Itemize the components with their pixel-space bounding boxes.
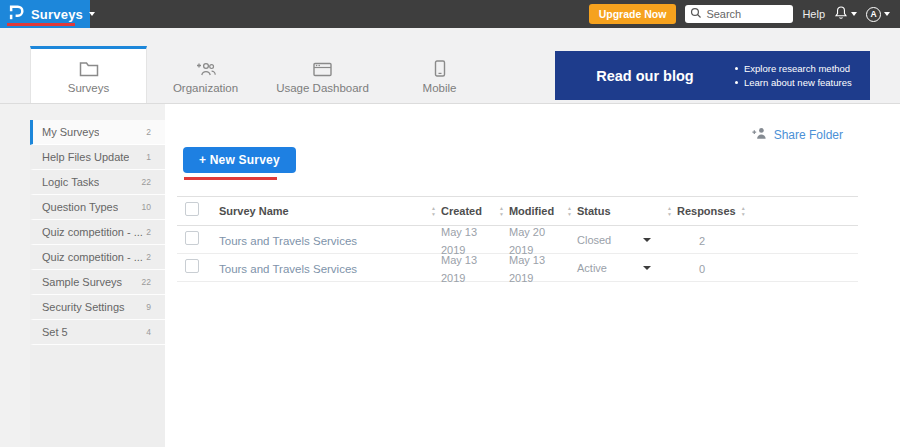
responses-count: 0: [699, 263, 705, 275]
folder-count-badge: 10: [142, 202, 151, 212]
tab-label: Usage Dashboard: [276, 82, 369, 94]
tab-surveys[interactable]: Surveys: [30, 46, 147, 103]
row-checkbox[interactable]: [185, 259, 199, 273]
table-row: Tours and Travels Services May 13 2019 M…: [177, 254, 858, 282]
product-switcher-label: Surveys: [31, 7, 83, 22]
search-icon: [690, 5, 702, 23]
status-dropdown[interactable]: Active: [563, 262, 663, 274]
sidebar-folder-item[interactable]: Quiz competition - ... 2: [30, 245, 165, 270]
folder-count-badge: 9: [146, 302, 151, 312]
chevron-down-icon: [851, 12, 857, 16]
tab-mobile[interactable]: Mobile: [381, 46, 498, 103]
header-check-cell: [177, 202, 215, 220]
tab-label: Mobile: [423, 82, 457, 94]
sort-icon: [431, 206, 436, 217]
help-link[interactable]: Help: [802, 8, 825, 20]
brand-underline: [7, 23, 75, 26]
sort-icon: [741, 206, 746, 217]
sidebar-folder-item[interactable]: Logic Tasks 22: [30, 170, 165, 195]
person-plus-icon: [751, 126, 768, 144]
folder-icon: [79, 59, 99, 77]
topbar: Surveys Upgrade Now Help: [0, 0, 900, 28]
primary-tabbar: Surveys Organization: [0, 28, 900, 104]
folder-label: Set 5: [42, 326, 68, 338]
sidebar-folder-item[interactable]: Set 5 4: [30, 320, 165, 345]
column-survey-name[interactable]: Survey Name: [215, 205, 427, 217]
folder-label: My Surveys: [42, 126, 99, 138]
folder-label: Sample Surveys: [42, 276, 122, 288]
responses-cell: 0: [663, 259, 783, 277]
folder-count-badge: 22: [142, 277, 151, 287]
column-created[interactable]: Created: [427, 205, 495, 217]
main-panel: Share Folder + New Survey Survey Name Cr…: [165, 104, 900, 447]
survey-name-cell: Tours and Travels Services: [215, 259, 427, 277]
status-value: Closed: [577, 234, 611, 246]
row-checkbox[interactable]: [185, 231, 199, 245]
tabs: Surveys Organization: [30, 46, 498, 103]
sidebar-folder-item[interactable]: Help Files Update 1: [30, 145, 165, 170]
folder-label: Quiz competition - ...: [42, 251, 143, 263]
status-value: Active: [577, 262, 607, 274]
new-survey-underline: [184, 177, 277, 180]
select-all-checkbox[interactable]: [185, 202, 199, 216]
search-input[interactable]: [706, 8, 786, 20]
column-status[interactable]: Status: [563, 205, 663, 217]
sidebar-folder-item[interactable]: Security Settings 9: [30, 295, 165, 320]
status-dropdown[interactable]: Closed: [563, 234, 663, 246]
share-folder-button[interactable]: Share Folder: [751, 126, 843, 144]
modified-cell: May 13 2019: [495, 250, 563, 286]
blog-banner[interactable]: Read our blog Explore research method Le…: [555, 51, 870, 100]
sidebar-folder-item[interactable]: Sample Surveys 22: [30, 270, 165, 295]
folder-label: Logic Tasks: [42, 176, 99, 188]
survey-name-cell: Tours and Travels Services: [215, 231, 427, 249]
survey-name-link[interactable]: Tours and Travels Services: [219, 235, 357, 247]
dashboard-icon: [313, 59, 332, 77]
sidebar-rail: My Surveys 2 Help Files Update 1 Logic T…: [0, 104, 165, 447]
sidebar-folder-item[interactable]: Question Types 10: [30, 195, 165, 220]
column-responses[interactable]: Responses: [663, 205, 783, 217]
avatar: A: [866, 7, 881, 22]
table-body: Tours and Travels Services May 13 2019 M…: [177, 226, 858, 282]
chevron-down-icon: [89, 12, 95, 16]
folder-count-badge: 4: [146, 327, 151, 337]
tab-organization[interactable]: Organization: [147, 46, 264, 103]
folder-count-badge: 1: [146, 152, 151, 162]
content: My Surveys 2 Help Files Update 1 Logic T…: [0, 104, 900, 447]
chevron-down-icon: [643, 238, 651, 242]
account-menu[interactable]: A: [866, 7, 890, 22]
folder-count-badge: 2: [146, 252, 151, 262]
notifications-menu[interactable]: [834, 4, 857, 24]
share-folder-label: Share Folder: [774, 128, 843, 142]
product-switcher[interactable]: Surveys: [0, 0, 90, 28]
tab-usage-dashboard[interactable]: Usage Dashboard: [264, 46, 381, 103]
folder-count-badge: 2: [146, 227, 151, 237]
sort-icon: [667, 206, 672, 217]
search-box[interactable]: [685, 5, 793, 23]
folder-label: Help Files Update: [42, 151, 129, 163]
responses-cell: 2: [663, 231, 783, 249]
topbar-actions: Upgrade Now Help A: [589, 0, 900, 28]
upgrade-now-button[interactable]: Upgrade Now: [589, 4, 677, 24]
tab-label: Organization: [173, 82, 238, 94]
sort-icon: [499, 206, 504, 217]
chevron-down-icon: [643, 266, 651, 270]
row-check-cell: [177, 259, 215, 277]
created-cell: May 13 2019: [427, 250, 495, 286]
banner-title: Read our blog: [555, 68, 735, 84]
new-survey-button[interactable]: + New Survey: [183, 147, 296, 173]
sidebar-folder-item[interactable]: My Surveys 2: [30, 120, 165, 145]
sort-icon: [567, 206, 572, 217]
sidebar-folder-item[interactable]: Quiz competition - ... 2: [30, 220, 165, 245]
banner-bullet: Learn about new features: [735, 77, 852, 88]
banner-bullet-list: Explore research method Learn about new …: [735, 60, 852, 91]
people-plus-icon: [194, 59, 217, 77]
bell-icon: [834, 4, 848, 24]
row-check-cell: [177, 231, 215, 249]
folder-label: Question Types: [42, 201, 118, 213]
folder-label: Security Settings: [42, 301, 125, 313]
survey-name-link[interactable]: Tours and Travels Services: [219, 263, 357, 275]
mobile-icon: [434, 59, 446, 77]
responses-count: 2: [699, 235, 705, 247]
column-modified[interactable]: Modified: [495, 205, 563, 217]
folder-list: My Surveys 2 Help Files Update 1 Logic T…: [30, 120, 165, 345]
